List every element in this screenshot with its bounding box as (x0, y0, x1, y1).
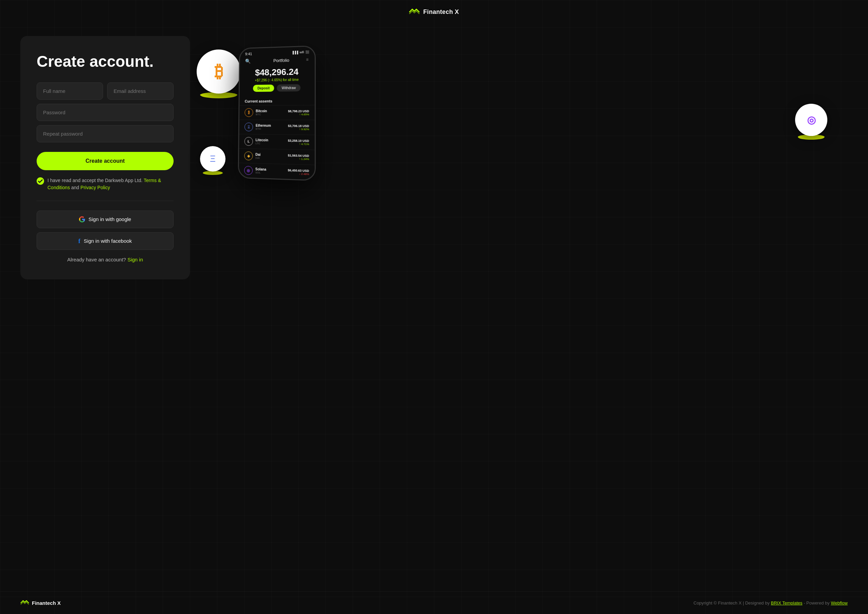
ltc-asset-icon: Ł (245, 137, 253, 146)
asset-row-ltc: Ł Litecoin LTC $3,258.10 USD ↑ 4.71% (239, 134, 315, 150)
phone-action-btns: Deposit Withdraw (245, 84, 309, 92)
password-input[interactable] (37, 104, 174, 121)
footer: Finantech X Copyright © Finantech X | De… (0, 591, 868, 614)
ltc-asset-info: Litecoin LTC (256, 138, 288, 146)
svg-point-0 (37, 177, 44, 185)
dai-asset-value: $1,563.54 USD ↑ 1.24% (288, 154, 309, 161)
phone-balance: $48,296.24 +$7,296 (↑ 4.65%) for all tim… (240, 65, 315, 98)
phone-withdraw-btn[interactable]: Withdraw (277, 84, 301, 91)
create-account-button[interactable]: Create account (37, 152, 174, 170)
eth-asset-info: Ethereum ETH (256, 124, 288, 131)
phone-balance-amount: $48,296.24 (245, 67, 309, 78)
facebook-icon: f (78, 238, 81, 244)
signup-form-card: Create account. Create account I have re… (20, 36, 190, 279)
asset-row-eth: Ξ Ethereum ETH $3,706.18 USD ↑ 9.92% (239, 120, 315, 135)
signin-link[interactable]: Sign in (127, 257, 143, 262)
check-icon (37, 177, 44, 185)
email-input[interactable] (107, 82, 174, 100)
webflow-link[interactable]: Webflow (831, 600, 848, 606)
privacy-link[interactable]: Privacy Policy (81, 185, 110, 190)
signin-prompt: Already have an account? Sign in (37, 257, 174, 262)
phone-time: 9:41 (245, 52, 252, 56)
asset-row-sol: ◎ Solana SOL $6,450.63 USD ↓ 2.48% (239, 163, 315, 180)
phone-screen: 9:41 ▐▐▐ wifi ⬛ 🔍 Portfolio ≡ (239, 47, 315, 180)
asset-row-dai: ◈ Dai DAI $1,563.54 USD ↑ 1.24% (239, 148, 315, 165)
eth-marker: Ξ (200, 146, 225, 172)
google-btn-label: Sign in with google (88, 216, 131, 222)
phone-deposit-btn[interactable]: Deposit (253, 84, 274, 92)
terms-row: I have read and accept the Darkweb App L… (37, 177, 174, 201)
facebook-signin-button[interactable]: f Sign in with facebook (37, 232, 174, 250)
btc-asset-icon: ₿ (245, 108, 253, 117)
phone-menu-icon: ≡ (306, 57, 309, 62)
footer-brand: Finantech X (20, 600, 61, 606)
phone-status-icons: ▐▐▐ wifi ⬛ (291, 50, 309, 54)
phone-area: ₿ ◎ Ξ 9:41 (190, 36, 848, 239)
header-logo-text: Finantech X (423, 8, 459, 16)
footer-brand-text: Finantech X (32, 600, 61, 606)
brix-link[interactable]: BRIX Templates (771, 600, 803, 606)
sol-asset-info: Solana SOL (255, 167, 288, 175)
eth-asset-value: $3,706.18 USD ↑ 9.92% (288, 124, 309, 131)
phone-search-icon: 🔍 (245, 58, 251, 64)
ltc-asset-value: $3,258.10 USD ↑ 4.71% (288, 139, 309, 146)
logo-icon (409, 8, 420, 16)
btc-asset-value: $8,798.23 USD ↑ 4.65% (288, 109, 309, 116)
phone-balance-change: +$7,296 (↑ 4.65%) for all time (245, 78, 309, 82)
sol-asset-value: $6,450.63 USD ↓ 2.48% (288, 169, 309, 176)
phone-portfolio-title: Portfolio (257, 57, 306, 64)
facebook-btn-label: Sign in with facebook (84, 238, 132, 244)
footer-copyright: Copyright © Finantech X | Designed by BR… (693, 600, 848, 606)
terms-text: I have read and accept the Darkweb App L… (48, 177, 174, 191)
dai-asset-info: Dai DAI (255, 153, 288, 160)
sol-asset-icon: ◎ (244, 166, 253, 175)
google-signin-button[interactable]: Sign in with google (37, 211, 174, 228)
sol-coin: ◎ (795, 104, 827, 136)
btc-asset-info: Bitcoin BTC (256, 109, 288, 116)
phone-mockup: 9:41 ▐▐▐ wifi ⬛ 🔍 Portfolio ≡ (238, 45, 316, 181)
fullname-input[interactable] (37, 82, 103, 100)
name-email-row (37, 82, 174, 100)
footer-logo-icon (20, 600, 29, 606)
phone-assets-title: Current assents (239, 97, 315, 105)
phone-assets-list: ₿ Bitcoin BTC $8,798.23 USD ↑ 4.65% (239, 105, 315, 180)
header: Finantech X (0, 0, 868, 22)
main-content: Create account. Create account I have re… (0, 22, 868, 591)
form-fields (37, 82, 174, 143)
btc-coin: ₿ (197, 50, 241, 94)
form-title: Create account. (37, 53, 174, 70)
dai-asset-icon: ◈ (244, 152, 253, 160)
social-section: Sign in with google f Sign in with faceb… (37, 201, 174, 250)
eth-asset-icon: Ξ (245, 123, 253, 132)
asset-row-btc: ₿ Bitcoin BTC $8,798.23 USD ↑ 4.65% (239, 105, 315, 120)
google-icon (79, 216, 85, 222)
repeat-password-input[interactable] (37, 125, 174, 143)
